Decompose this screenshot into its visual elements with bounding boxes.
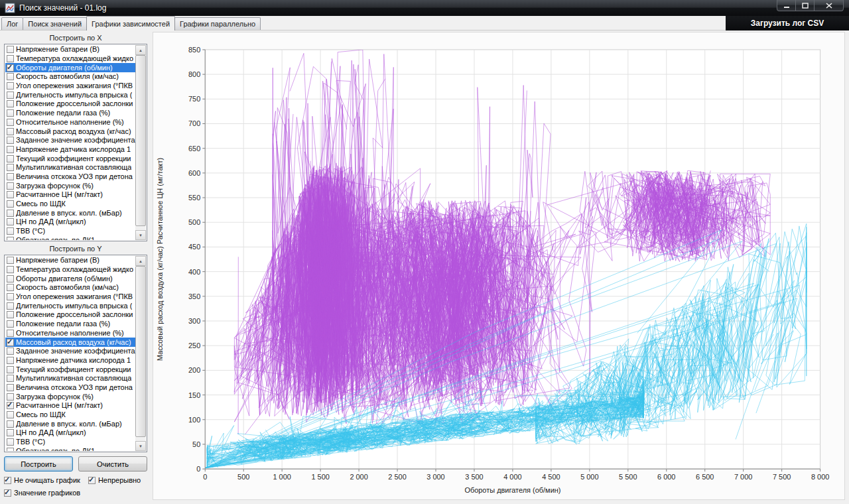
- signal-checkbox[interactable]: [7, 330, 14, 337]
- signal-row[interactable]: ТВВ (°С): [5, 438, 135, 447]
- signal-checkbox[interactable]: [7, 384, 14, 391]
- signal-checkbox[interactable]: [7, 92, 14, 99]
- scroll-thumb[interactable]: [135, 266, 146, 437]
- signal-checkbox[interactable]: [7, 218, 14, 225]
- scroll-up-button[interactable]: ▲: [135, 45, 146, 55]
- signal-row[interactable]: Текущий коэффициент коррекции: [5, 154, 135, 163]
- signal-row[interactable]: Обороты двигателя (об/мин): [5, 274, 135, 283]
- signal-checkbox[interactable]: [7, 429, 14, 436]
- signal-checkbox[interactable]: [7, 420, 14, 428]
- signal-checkbox[interactable]: [7, 284, 14, 291]
- signal-row[interactable]: Обратная связь по ДК1: [5, 446, 135, 451]
- signal-row[interactable]: Загрузка форсунок (%): [5, 392, 135, 401]
- signal-checkbox[interactable]: [7, 311, 14, 318]
- signal-checkbox[interactable]: [7, 393, 14, 401]
- signal-row[interactable]: ЦН по ДАД (мг/цикл): [5, 218, 135, 227]
- signal-checkbox[interactable]: [7, 411, 14, 418]
- clear-button[interactable]: Очистить: [78, 456, 147, 472]
- opt-no-clear[interactable]: Не очищать график: [4, 476, 80, 484]
- signal-row[interactable]: Обороты двигателя (об/мин): [5, 63, 135, 72]
- close-button[interactable]: [814, 0, 844, 11]
- signal-checkbox[interactable]: [7, 339, 14, 346]
- build-button[interactable]: Построить: [4, 456, 73, 472]
- signal-row[interactable]: Текущий коэффициент коррекции: [5, 365, 135, 374]
- scroll-down-button[interactable]: ▼: [135, 230, 146, 240]
- signal-checkbox[interactable]: [7, 128, 14, 135]
- signal-checkbox[interactable]: [7, 375, 14, 382]
- signal-checkbox[interactable]: [7, 320, 14, 328]
- signal-checkbox[interactable]: [7, 210, 14, 217]
- signal-checkbox[interactable]: [7, 448, 14, 451]
- signal-row[interactable]: Мультипликативная составляюща: [5, 374, 135, 383]
- signal-row[interactable]: Положение педали газа (%): [5, 109, 135, 118]
- signal-row[interactable]: Мультипликативная составляюща: [5, 163, 135, 172]
- opt-continuous-checkbox[interactable]: [88, 477, 96, 484]
- signal-row[interactable]: Угол опережения зажигания (°ПКВ: [5, 82, 135, 91]
- signal-row[interactable]: Массовый расход воздуха (кг/час): [5, 338, 135, 347]
- signal-row[interactable]: Относительное наполнение (%): [5, 329, 135, 338]
- listbox-y-scrollbar[interactable]: ▲ ▼: [135, 256, 146, 451]
- tab-value-search[interactable]: Поиск значений: [23, 17, 87, 30]
- signal-row[interactable]: Массовый расход воздуха (кг/час): [5, 127, 135, 136]
- signal-checkbox[interactable]: [7, 137, 14, 144]
- signal-row[interactable]: Заданное значение коэффициента: [5, 347, 135, 356]
- signal-row[interactable]: Положение дроссельной заслонки: [5, 310, 135, 320]
- scroll-up-button[interactable]: ▲: [135, 256, 146, 266]
- signal-row[interactable]: Заданное значение коэффициента: [5, 136, 135, 145]
- signal-row[interactable]: Длительность импульса впрыска (: [5, 301, 135, 310]
- signal-checkbox[interactable]: [7, 293, 14, 300]
- tab-dependency-graphs[interactable]: Графики зависимостей: [86, 16, 175, 31]
- signal-row[interactable]: Загрузка форсунок (%): [5, 181, 135, 190]
- signal-checkbox[interactable]: [7, 227, 14, 235]
- signal-row[interactable]: Длительность импульса впрыска (: [5, 90, 135, 99]
- signal-checkbox[interactable]: [7, 46, 14, 53]
- signal-checkbox[interactable]: [7, 100, 14, 107]
- signal-checkbox[interactable]: [7, 347, 14, 355]
- signal-checkbox[interactable]: [7, 200, 14, 208]
- signal-checkbox[interactable]: [7, 438, 14, 446]
- signal-row[interactable]: Давление в впуск. колл. (мБар): [5, 208, 135, 218]
- signal-row[interactable]: Напряжение датчика кислорода 1: [5, 356, 135, 365]
- signal-checkbox[interactable]: [7, 82, 14, 90]
- scroll-thumb[interactable]: [135, 55, 146, 226]
- signal-checkbox[interactable]: [7, 73, 14, 80]
- load-csv-button[interactable]: Загрузить лог CSV: [726, 16, 849, 31]
- signal-checkbox[interactable]: [7, 164, 14, 171]
- signal-row[interactable]: Скорость автомобиля (км/час): [5, 283, 135, 292]
- signal-checkbox[interactable]: [7, 146, 14, 153]
- signal-row[interactable]: Скорость автомобиля (км/час): [5, 72, 135, 82]
- signal-checkbox[interactable]: [7, 302, 14, 310]
- listbox-x[interactable]: Напряжение батареи (В)Температура охлажд…: [4, 44, 147, 241]
- signal-row[interactable]: Величина отскока УОЗ при детона: [5, 383, 135, 393]
- signal-checkbox[interactable]: [7, 266, 14, 273]
- signal-row[interactable]: Смесь по ШДК: [5, 410, 135, 420]
- signal-checkbox[interactable]: [7, 109, 14, 117]
- signal-row[interactable]: ТВВ (°С): [5, 227, 135, 236]
- signal-row[interactable]: Напряжение батареи (В): [5, 45, 135, 54]
- tab-parallel-graphs[interactable]: Графики параллельно: [174, 17, 261, 30]
- chart[interactable]: 05001 0001 5002 0002 5003 0003 5004 0004…: [153, 32, 845, 500]
- signal-row[interactable]: Давление в впуск. колл. (мБар): [5, 419, 135, 428]
- maximize-button[interactable]: [795, 0, 815, 11]
- signal-checkbox[interactable]: [7, 173, 14, 180]
- signal-checkbox[interactable]: [7, 237, 14, 240]
- signal-row[interactable]: ЦН по ДАД (мг/цикл): [5, 428, 135, 438]
- listbox-y[interactable]: Напряжение батареи (В)Температура охлажд…: [4, 255, 147, 452]
- signal-row[interactable]: Обратная связь по ДК1: [5, 235, 135, 240]
- signal-row[interactable]: Напряжение датчика кислорода 1: [5, 145, 135, 155]
- signal-row[interactable]: Положение педали газа (%): [5, 320, 135, 329]
- signal-row[interactable]: Расчитанное ЦН (мг/такт): [5, 190, 135, 200]
- signal-checkbox[interactable]: [7, 402, 14, 409]
- signal-checkbox[interactable]: [7, 357, 14, 364]
- opt-graph-values-checkbox[interactable]: [4, 489, 11, 497]
- opt-no-clear-checkbox[interactable]: [4, 477, 11, 484]
- signal-checkbox[interactable]: [7, 182, 14, 190]
- signal-checkbox[interactable]: [7, 275, 14, 283]
- signal-checkbox[interactable]: [7, 257, 14, 264]
- signal-row[interactable]: Угол опережения зажигания (°ПКВ: [5, 292, 135, 302]
- signal-checkbox[interactable]: [7, 155, 14, 162]
- opt-continuous[interactable]: Непрерывно: [88, 476, 141, 484]
- signal-checkbox[interactable]: [7, 191, 14, 198]
- signal-row[interactable]: Температура охлаждающей жидко: [5, 54, 135, 64]
- scroll-down-button[interactable]: ▼: [135, 441, 146, 451]
